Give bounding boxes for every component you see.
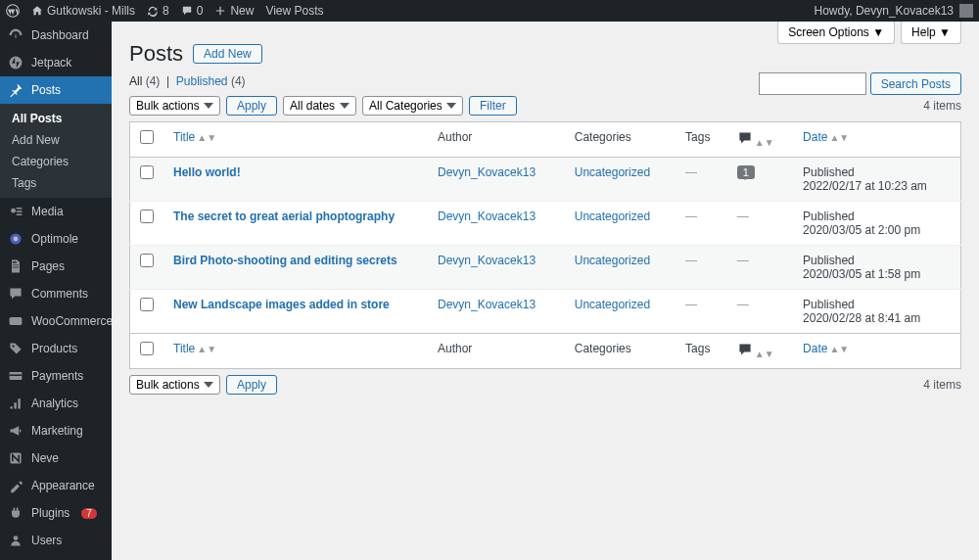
- add-new-button[interactable]: Add New: [193, 44, 262, 64]
- post-title-link[interactable]: Bird Photo-shooting and editing secrets: [173, 254, 397, 267]
- post-title-link[interactable]: The secret to great aerial phoptography: [173, 210, 395, 223]
- menu-neve[interactable]: Neve: [0, 444, 112, 472]
- post-title-link[interactable]: New Landscape images added in store: [173, 298, 390, 311]
- bulk-actions-select[interactable]: Bulk actions: [129, 96, 220, 116]
- bulk-actions-select-bottom[interactable]: Bulk actions: [129, 375, 220, 395]
- svg-point-1: [10, 57, 23, 70]
- sort-icon: ▲▼: [197, 132, 216, 143]
- submenu-categories[interactable]: Categories: [0, 151, 112, 172]
- post-author-link[interactable]: Devyn_Kovacek13: [438, 210, 536, 223]
- view-posts-link[interactable]: View Posts: [265, 4, 323, 18]
- post-comments-none: —: [737, 298, 749, 311]
- svg-point-9: [14, 536, 19, 540]
- categories-select[interactable]: All Categories: [362, 96, 463, 116]
- menu-payments[interactable]: Payments: [0, 362, 112, 390]
- howdy-link[interactable]: Howdy, Devyn_Kovacek13: [814, 4, 954, 18]
- table-row: The secret to great aerial phoptographyD…: [130, 202, 961, 246]
- posts-submenu: All Posts Add New Categories Tags: [0, 104, 112, 198]
- menu-optimole[interactable]: Optimole: [0, 225, 112, 253]
- post-category-link[interactable]: Uncategorized: [575, 210, 650, 223]
- select-all-checkbox-bottom[interactable]: [140, 342, 154, 355]
- column-title[interactable]: Title▲▼: [163, 122, 428, 158]
- filter-button[interactable]: Filter: [469, 96, 517, 116]
- appearance-icon: [8, 478, 23, 493]
- menu-dashboard[interactable]: Dashboard: [0, 22, 112, 49]
- search-posts-button[interactable]: Search Posts: [870, 72, 961, 95]
- post-tags: —: [685, 254, 697, 267]
- pin-icon: [8, 82, 23, 98]
- menu-users[interactable]: Users: [0, 527, 112, 554]
- menu-woocommerce[interactable]: WooCommerce: [0, 307, 112, 335]
- svg-rect-5: [10, 317, 23, 325]
- row-checkbox[interactable]: [140, 165, 154, 179]
- avatar[interactable]: [959, 4, 973, 18]
- post-category-link[interactable]: Uncategorized: [575, 254, 650, 267]
- filter-published[interactable]: Published: [176, 74, 228, 88]
- svg-rect-7: [10, 374, 23, 376]
- post-category-link[interactable]: Uncategorized: [575, 298, 650, 311]
- new-link[interactable]: New: [214, 4, 254, 18]
- post-title-link[interactable]: Hello world!: [173, 165, 241, 179]
- items-count: 4 items: [923, 99, 961, 113]
- comments-icon: [8, 286, 23, 302]
- page-title: Posts: [129, 41, 183, 67]
- menu-media[interactable]: Media: [0, 198, 112, 225]
- post-category-link[interactable]: Uncategorized: [575, 165, 650, 179]
- svg-point-4: [14, 237, 19, 242]
- apply-button[interactable]: Apply: [226, 96, 277, 116]
- help-button[interactable]: Help ▼: [901, 22, 961, 44]
- neve-icon: [8, 450, 23, 466]
- jetpack-icon: [8, 55, 23, 70]
- menu-marketing[interactable]: Marketing: [0, 417, 112, 444]
- media-icon: [8, 204, 23, 219]
- menu-jetpack[interactable]: Jetpack: [0, 49, 112, 76]
- menu-comments[interactable]: Comments: [0, 280, 112, 307]
- post-author-link[interactable]: Devyn_Kovacek13: [438, 254, 536, 267]
- submenu-all-posts[interactable]: All Posts: [0, 108, 112, 129]
- post-author-link[interactable]: Devyn_Kovacek13: [438, 298, 536, 311]
- screen-options-button[interactable]: Screen Options ▼: [777, 22, 895, 44]
- column-title-bottom[interactable]: Title▲▼: [163, 334, 428, 369]
- comments-link[interactable]: 0: [181, 4, 204, 18]
- select-all-checkbox[interactable]: [140, 130, 154, 144]
- menu-tools[interactable]: Tools: [0, 554, 112, 560]
- menu-analytics[interactable]: Analytics: [0, 390, 112, 417]
- submenu-tags[interactable]: Tags: [0, 172, 112, 194]
- analytics-icon: [8, 396, 23, 411]
- dates-select[interactable]: All dates: [283, 96, 356, 116]
- submenu-add-new[interactable]: Add New: [0, 129, 112, 151]
- menu-posts[interactable]: Posts: [0, 76, 112, 104]
- plugins-badge: 7: [81, 508, 97, 519]
- column-tags: Tags: [676, 122, 727, 158]
- new-label: New: [230, 4, 254, 18]
- updates-link[interactable]: 8: [147, 4, 169, 18]
- apply-button-bottom[interactable]: Apply: [226, 375, 277, 395]
- svg-point-2: [11, 209, 16, 213]
- search-input[interactable]: [759, 72, 866, 95]
- column-comments[interactable]: ▲▼: [727, 122, 793, 158]
- post-comments-none: —: [737, 254, 749, 267]
- column-categories: Categories: [565, 122, 676, 158]
- row-checkbox[interactable]: [140, 298, 154, 311]
- comment-icon: [737, 130, 753, 146]
- comment-count-bubble[interactable]: 1: [737, 165, 755, 179]
- menu-pages[interactable]: Pages: [0, 253, 112, 280]
- plugins-icon: [8, 505, 23, 521]
- menu-appearance[interactable]: Appearance: [0, 472, 112, 499]
- post-tags: —: [685, 165, 697, 179]
- table-row: Bird Photo-shooting and editing secretsD…: [130, 246, 961, 290]
- post-author-link[interactable]: Devyn_Kovacek13: [438, 165, 536, 179]
- admin-sidebar: Dashboard Jetpack Posts All Posts Add Ne…: [0, 22, 112, 560]
- post-date: 2020/02/28 at 8:41 am: [803, 311, 920, 325]
- menu-plugins[interactable]: Plugins7: [0, 499, 112, 527]
- menu-products[interactable]: Products: [0, 335, 112, 362]
- column-date[interactable]: Date▲▼: [793, 122, 960, 158]
- woocommerce-icon: [8, 313, 23, 329]
- filter-all[interactable]: All: [129, 74, 142, 88]
- post-status: Published: [803, 254, 855, 267]
- site-name-link[interactable]: Gutkowski - Mills: [31, 4, 135, 18]
- users-icon: [8, 533, 23, 548]
- wp-logo[interactable]: [6, 4, 20, 18]
- row-checkbox[interactable]: [140, 210, 154, 223]
- row-checkbox[interactable]: [140, 254, 154, 267]
